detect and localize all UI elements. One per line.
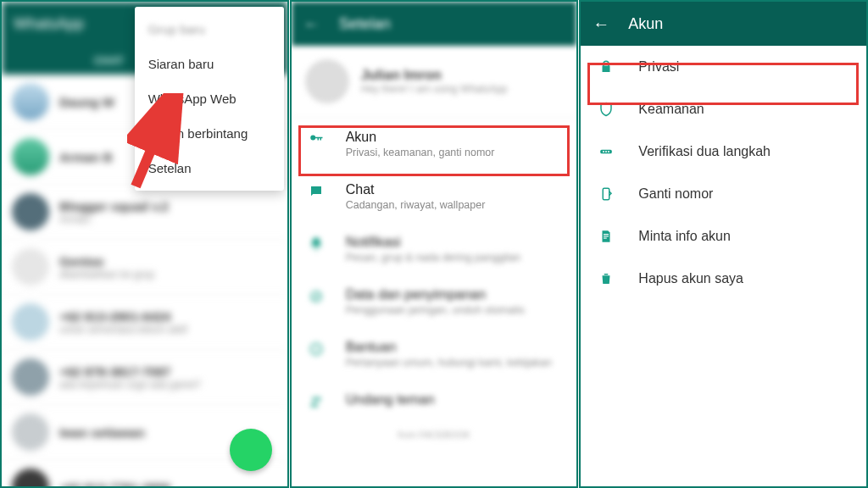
settings-chat[interactable]: ChatCadangan, riwayat, wallpaper	[292, 170, 577, 223]
row-label: Verifikasi dua langkah	[638, 144, 771, 159]
row-label: Hapus akun saya	[638, 271, 743, 286]
lock-icon	[596, 59, 616, 75]
footer-text: from FACEBOOK	[292, 421, 577, 448]
svg-point-5	[316, 397, 320, 402]
appbar: ← Setelan	[292, 2, 577, 46]
row-desc: Pesan, grup & nada dering panggilan	[346, 252, 520, 263]
chat-title[interactable]: +62 813-7781-2856	[59, 480, 277, 489]
data-icon	[305, 289, 327, 304]
menu-settings[interactable]: Setelan	[135, 151, 284, 186]
settings-data[interactable]: Data dan penyimpananPenggunaan jaringan,…	[292, 275, 577, 328]
key-icon	[305, 131, 327, 147]
help-icon: ?	[305, 341, 327, 357]
chat-icon	[305, 184, 327, 199]
chat-title[interactable]: +62 878-3817-7087	[59, 364, 277, 379]
row-label: Minta info akun	[638, 229, 731, 244]
account-change-number[interactable]: Ganti nomor	[581, 173, 866, 215]
account-two-step[interactable]: Verifikasi dua langkah	[581, 130, 866, 173]
svg-text:?: ?	[314, 345, 319, 354]
svg-rect-11	[604, 234, 609, 235]
svg-point-8	[605, 151, 607, 152]
dots-icon	[596, 144, 616, 159]
phone-icon	[596, 186, 616, 202]
svg-point-4	[312, 397, 316, 402]
settings-invite[interactable]: Undang teman	[292, 380, 577, 421]
panel-account: ← Akun Privasi Keamanan Verifikasi dua l…	[579, 0, 868, 488]
invite-icon	[305, 394, 327, 409]
trash-icon	[596, 271, 616, 286]
row-desc: Privasi, keamanan, ganti nomor	[346, 147, 495, 158]
row-title: Data dan penyimpanan	[346, 287, 525, 302]
chat-title[interactable]: +62 813-2901-6424	[59, 309, 277, 324]
profile-name: Julian Imron	[361, 68, 508, 83]
panel-settings: ← Setelan Julian Imron Hey there! I am u…	[290, 0, 579, 488]
settings-account[interactable]: AkunPrivasi, keamanan, ganti nomor	[292, 118, 577, 170]
settings-notifications[interactable]: NotifikasiPesan, grup & nada dering pang…	[292, 223, 577, 275]
menu-whatsapp-web[interactable]: WhatsApp Web	[135, 81, 284, 116]
row-label: Ganti nomor	[638, 186, 713, 202]
row-title: Bantuan	[346, 340, 552, 355]
appbar: ← Akun	[581, 2, 866, 46]
row-label: Privasi	[638, 59, 679, 75]
svg-point-7	[603, 151, 604, 152]
row-desc: Pertanyaan umum, hubungi kami, kebijakan	[346, 357, 552, 369]
chat-title[interactable]: Gentoo	[59, 254, 277, 269]
svg-point-1	[311, 291, 321, 302]
svg-rect-13	[604, 238, 607, 239]
overflow-menu: Grup baru Siaran baru WhatsApp Web Pesan…	[135, 7, 284, 191]
profile-status: Hey there! I am using WhatsApp	[361, 83, 508, 95]
svg-rect-12	[604, 236, 609, 236]
shield-icon	[596, 102, 616, 117]
account-security[interactable]: Keamanan	[581, 88, 866, 130]
row-desc: Cadangan, riwayat, wallpaper	[346, 199, 486, 211]
avatar	[305, 59, 349, 103]
row-title: Undang teman	[346, 392, 435, 408]
row-title: Akun	[346, 130, 495, 145]
menu-new-group[interactable]: Grup baru	[135, 12, 284, 47]
app-title: WhatsApp	[14, 15, 84, 33]
account-delete[interactable]: Hapus akun saya	[581, 258, 866, 300]
profile-row[interactable]: Julian Imron Hey there! I am using Whats…	[292, 46, 577, 118]
chat-title[interactable]: Blogger squad v.2	[59, 199, 277, 214]
row-title: Notifikasi	[346, 235, 520, 250]
panel-chat-list: WhatsApp CHAT Daung W Arman B Blogger sq…	[0, 0, 289, 488]
svg-rect-10	[604, 188, 610, 200]
back-icon[interactable]: ←	[303, 15, 320, 32]
menu-starred-messages[interactable]: Pesan berbintang	[135, 116, 284, 151]
back-icon[interactable]: ←	[593, 15, 609, 32]
svg-point-9	[608, 151, 609, 152]
page-title: Akun	[628, 15, 663, 33]
menu-new-broadcast[interactable]: Siaran baru	[135, 47, 284, 81]
settings-help[interactable]: ? BantuanPertanyaan umum, hubungi kami, …	[292, 328, 577, 380]
page-title: Setelan	[339, 15, 391, 33]
account-request-info[interactable]: Minta info akun	[581, 215, 866, 258]
row-title: Chat	[346, 182, 486, 197]
account-privacy[interactable]: Privasi	[581, 46, 866, 88]
row-label: Keamanan	[638, 102, 704, 117]
doc-icon	[596, 229, 616, 244]
bell-icon	[305, 236, 327, 252]
new-chat-fab[interactable]	[230, 429, 272, 471]
row-desc: Penggunaan jaringan, unduh otomatis	[346, 304, 525, 316]
